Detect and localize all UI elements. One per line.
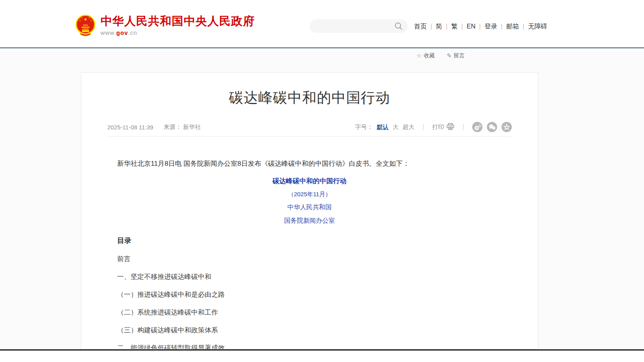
star-icon <box>502 122 511 132</box>
nav-divider <box>523 24 524 30</box>
toc-item-1-1: （一）推进碳达峰碳中和是必由之路 <box>117 291 502 299</box>
font-size-xlarge-button[interactable]: 超大 <box>403 123 414 131</box>
bottom-edge-line <box>0 349 644 351</box>
top-nav: 首页 简 繁 EN 登录 邮箱 无障碍 <box>414 21 547 32</box>
message-button[interactable]: ✎ 留言 <box>446 52 465 59</box>
search-box <box>310 19 408 33</box>
site-identity: 中华人民共和国中央人民政府 www.gov.cn <box>101 14 255 36</box>
whitepaper-date: （2025年11月） <box>117 191 502 198</box>
star-outline-icon: ☆ <box>416 52 422 59</box>
printer-icon <box>446 123 454 131</box>
toc-item-1-2: （二）系统推进碳达峰碳中和工作 <box>117 309 502 317</box>
font-size-large-button[interactable]: 大 <box>393 123 399 131</box>
star-share-button[interactable] <box>502 122 512 132</box>
site-title: 中华人民共和国中央人民政府 <box>101 14 255 28</box>
nav-home[interactable]: 首页 <box>414 21 427 32</box>
nav-divider <box>431 24 431 30</box>
meta-divider <box>423 124 424 130</box>
article-body: 新华社北京11月8日电 国务院新闻办公室8日发布《碳达峰碳中和的中国行动》白皮书… <box>81 159 538 349</box>
site-logo[interactable]: 中华人民共和国中央人民政府 www.gov.cn <box>75 14 255 39</box>
print-button[interactable]: 打印 <box>432 123 454 131</box>
search-input[interactable] <box>310 19 395 33</box>
article-meta-left: 2025-11-08 11:39 来源： 新华社 <box>107 123 201 131</box>
message-label: 留言 <box>454 52 465 59</box>
share-icons <box>472 122 512 132</box>
search-icon[interactable] <box>395 22 403 30</box>
nav-divider <box>502 24 502 30</box>
article-meta-bar: 2025-11-08 11:39 来源： 新华社 字号： 默认 大 超大 打印 <box>107 122 512 136</box>
nav-simplified[interactable]: 简 <box>436 21 442 32</box>
font-size-label: 字号： <box>355 123 373 131</box>
nav-mail[interactable]: 邮箱 <box>506 21 519 32</box>
site-url-prefix: www. <box>101 29 116 36</box>
toc-item-preface: 前言 <box>117 255 502 263</box>
nav-accessibility[interactable]: 无障碍 <box>528 21 547 32</box>
meta-divider <box>463 124 464 130</box>
toc-item-2: 二、能源绿色低碳转型取得显著成效 <box>117 344 502 349</box>
quick-actions: ☆ 收藏 ✎ 留言 <box>416 52 465 59</box>
wechat-icon <box>487 122 497 132</box>
nav-english[interactable]: EN <box>467 21 475 32</box>
site-url: www.gov.cn <box>101 29 255 36</box>
toc-item-1: 一、坚定不移推进碳达峰碳中和 <box>117 273 502 281</box>
print-label: 打印 <box>432 123 444 131</box>
article-container: 碳达峰碳中和的中国行动 2025-11-08 11:39 来源： 新华社 字号：… <box>81 72 538 349</box>
nav-login[interactable]: 登录 <box>484 21 497 32</box>
weibo-share-button[interactable] <box>472 122 483 132</box>
article-title: 碳达峰碳中和的中国行动 <box>81 88 538 108</box>
whitepaper-org-line2: 国务院新闻办公室 <box>117 217 502 225</box>
site-url-main: gov <box>116 29 128 36</box>
toc-heading: 目录 <box>117 236 502 245</box>
font-size-default-button[interactable]: 默认 <box>377 123 389 131</box>
pencil-icon: ✎ <box>446 52 452 59</box>
bottom-area <box>0 351 644 362</box>
favorite-button[interactable]: ☆ 收藏 <box>416 52 435 59</box>
article-lead-paragraph: 新华社北京11月8日电 国务院新闻办公室8日发布《碳达峰碳中和的中国行动》白皮书… <box>117 159 502 168</box>
national-emblem-icon <box>75 14 96 39</box>
weibo-icon <box>473 122 482 132</box>
article-date: 2025-11-08 11:39 <box>107 124 153 131</box>
whitepaper-title: 碳达峰碳中和的中国行动 <box>117 176 502 186</box>
site-header: 中华人民共和国中央人民政府 www.gov.cn 首页 简 繁 EN 登录 <box>0 0 644 48</box>
nav-divider <box>446 24 447 30</box>
toc-item-1-3: （三）构建碳达峰碳中和政策体系 <box>117 326 502 334</box>
wechat-share-button[interactable] <box>487 122 497 132</box>
page: 中华人民共和国中央人民政府 www.gov.cn 首页 简 繁 EN 登录 <box>0 0 644 362</box>
favorite-label: 收藏 <box>424 52 435 59</box>
nav-traditional[interactable]: 繁 <box>451 21 458 32</box>
nav-divider <box>462 24 462 30</box>
site-url-suffix: .cn <box>128 29 137 36</box>
article-source: 来源： 新华社 <box>163 123 201 131</box>
nav-divider <box>480 24 480 30</box>
whitepaper-org-line1: 中华人民共和国 <box>117 203 502 212</box>
article-meta-right: 字号： 默认 大 超大 打印 <box>355 122 512 132</box>
